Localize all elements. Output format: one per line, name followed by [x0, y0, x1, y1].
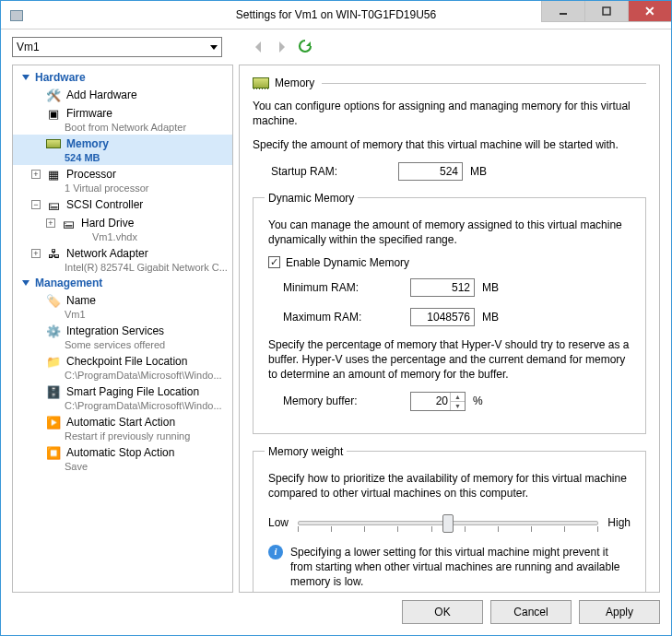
- hardware-label: Hardware: [35, 71, 86, 84]
- tree-item-network-adapter[interactable]: 🖧Network Adapter Intel(R) 82574L Gigabit…: [13, 244, 232, 275]
- svg-rect-1: [603, 7, 610, 15]
- processor-icon: ▦: [46, 167, 61, 182]
- smart-paging-icon: 🗄️: [46, 384, 61, 399]
- memory-weight-info-text: Specifying a lower setting for this virt…: [290, 545, 631, 590]
- vm-selector[interactable]: Vm1: [12, 37, 222, 57]
- tree-item-memory[interactable]: Memory 524 MB: [13, 135, 232, 165]
- expander-icon[interactable]: [46, 218, 55, 228]
- cancel-button[interactable]: Cancel: [490, 600, 572, 624]
- auto-stop-icon: ⏹️: [46, 445, 61, 460]
- info-icon: i: [268, 545, 283, 559]
- dynamic-memory-desc: You can manage the amount of memory assi…: [268, 218, 634, 247]
- memory-weight-desc: Specify how to prioritize the availabili…: [268, 471, 634, 501]
- expander-icon[interactable]: [31, 249, 41, 258]
- processor-sub: 1 Virtual processor: [22, 183, 232, 194]
- network-icon: 🖧: [46, 246, 61, 261]
- close-button[interactable]: ✕: [628, 1, 671, 22]
- buffer-input[interactable]: [411, 393, 450, 410]
- dialog-buttons: OK Cancel Apply: [1, 600, 671, 635]
- max-ram-label: Maximum RAM:: [283, 311, 403, 324]
- memory-sub: 524 MB: [22, 152, 232, 163]
- tree-item-scsi[interactable]: 🖴SCSI Controller: [13, 195, 232, 214]
- buffer-row: Memory buffer: ▲▼ %: [283, 392, 634, 411]
- tree-item-smart-paging[interactable]: 🗄️Smart Paging File Location C:\ProgramD…: [13, 383, 232, 413]
- detail-header-text: Memory: [275, 77, 314, 89]
- memory-weight-legend: Memory weight: [265, 445, 347, 458]
- startup-ram-label: Startup RAM:: [271, 165, 391, 178]
- unit-mb: MB: [470, 165, 487, 178]
- memory-weight-slider[interactable]: [298, 510, 598, 536]
- buffer-label: Memory buffer:: [283, 395, 403, 407]
- startup-ram-input[interactable]: [398, 162, 463, 181]
- spin-up-icon[interactable]: ▲: [451, 393, 465, 402]
- vm-selector-value: Vm1: [17, 41, 40, 53]
- scsi-icon: 🖴: [46, 197, 61, 212]
- detail-header: Memory: [253, 77, 646, 89]
- auto-start-icon: ▶️: [46, 415, 61, 430]
- checkpoint-icon: 📁: [46, 354, 61, 369]
- tree-item-name[interactable]: 🏷️Name Vm1: [13, 291, 232, 322]
- min-ram-input[interactable]: [410, 278, 475, 297]
- checkbox-checked-icon: ✓: [268, 256, 280, 268]
- name-sub: Vm1: [22, 309, 232, 320]
- checkpoint-sub: C:\ProgramData\Microsoft\Windo...: [22, 370, 232, 381]
- refresh-button[interactable]: [298, 39, 314, 55]
- hard-drive-icon: 🖴: [61, 216, 76, 230]
- add-hardware-icon: 🛠️: [46, 88, 61, 102]
- buffer-desc: Specify the percentage of memory that Hy…: [268, 337, 634, 383]
- apply-button[interactable]: Apply: [579, 600, 660, 624]
- tree-section-management[interactable]: Management: [13, 275, 232, 291]
- memory-desc: You can configure options for assigning …: [253, 99, 646, 128]
- tree-item-firmware[interactable]: ▣Firmware Boot from Network Adapter: [13, 104, 232, 135]
- max-ram-row: Maximum RAM: MB: [283, 308, 634, 326]
- slider-high-label: High: [607, 516, 631, 529]
- min-ram-label: Minimum RAM:: [283, 281, 403, 294]
- firmware-icon: ▣: [46, 106, 61, 121]
- tree-section-hardware[interactable]: Hardware: [13, 69, 232, 86]
- settings-window: Settings for Vm1 on WIN-T0G1FD19U56 ✕ Vm…: [0, 0, 672, 636]
- integration-sub: Some services offered: [22, 339, 232, 350]
- tree-item-processor[interactable]: ▦Processor 1 Virtual processor: [13, 165, 232, 195]
- name-icon: 🏷️: [46, 293, 61, 308]
- memory-icon: [253, 77, 269, 88]
- unit-percent: %: [473, 395, 483, 407]
- tree-item-auto-start[interactable]: ▶️Automatic Start Action Restart if prev…: [13, 413, 232, 443]
- buffer-spinner[interactable]: ▲▼: [410, 392, 466, 411]
- expander-icon[interactable]: [31, 170, 41, 179]
- enable-dynamic-memory-checkbox[interactable]: ✓ Enable Dynamic Memory: [268, 256, 634, 269]
- expander-icon[interactable]: [31, 200, 41, 209]
- auto-start-sub: Restart if previously running: [22, 430, 232, 442]
- ok-button[interactable]: OK: [402, 600, 483, 624]
- tree-item-hard-drive[interactable]: 🖴Hard Drive Vm1.vhdx: [13, 214, 232, 244]
- integration-icon: ⚙️: [46, 324, 61, 338]
- nav-back-button[interactable]: [250, 39, 266, 55]
- startup-intro: Specify the amount of memory that this v…: [253, 137, 646, 152]
- hard-drive-sub: Vm1.vhdx: [37, 231, 232, 242]
- tree-item-auto-stop[interactable]: ⏹️Automatic Stop Action Save: [13, 443, 232, 474]
- detail-pane: Memory You can configure options for ass…: [239, 65, 660, 593]
- memory-weight-group: Memory weight Specify how to prioritize …: [253, 445, 646, 594]
- min-ram-row: Minimum RAM: MB: [283, 278, 634, 297]
- maximize-button[interactable]: [584, 1, 628, 22]
- settings-tree[interactable]: Hardware 🛠️Add Hardware ▣Firmware Boot f…: [12, 65, 233, 593]
- spin-down-icon[interactable]: ▼: [451, 402, 465, 410]
- titlebar: Settings for Vm1 on WIN-T0G1FD19U56 ✕: [1, 1, 671, 29]
- smart-paging-sub: C:\ProgramData\Microsoft\Windo...: [22, 400, 232, 411]
- dynamic-memory-group: Dynamic Memory You can manage the amount…: [253, 192, 646, 434]
- memory-icon: [46, 136, 61, 151]
- nav-forward-button[interactable]: [274, 39, 290, 55]
- firmware-sub: Boot from Network Adapter: [22, 122, 232, 133]
- auto-stop-sub: Save: [22, 461, 232, 472]
- tree-item-integration[interactable]: ⚙️Integration Services Some services off…: [13, 322, 232, 352]
- tree-item-checkpoint[interactable]: 📁Checkpoint File Location C:\ProgramData…: [13, 352, 232, 383]
- max-ram-input[interactable]: [410, 308, 475, 326]
- tree-item-add-hardware[interactable]: 🛠️Add Hardware: [13, 86, 232, 104]
- management-label: Management: [35, 277, 102, 289]
- svg-rect-0: [560, 13, 567, 15]
- minimize-button[interactable]: [541, 1, 584, 22]
- toolbar: Vm1: [1, 29, 671, 65]
- unit-mb: MB: [482, 281, 499, 294]
- slider-thumb[interactable]: [442, 514, 454, 533]
- caret-down-icon: [22, 75, 29, 80]
- dynamic-memory-legend: Dynamic Memory: [265, 192, 358, 205]
